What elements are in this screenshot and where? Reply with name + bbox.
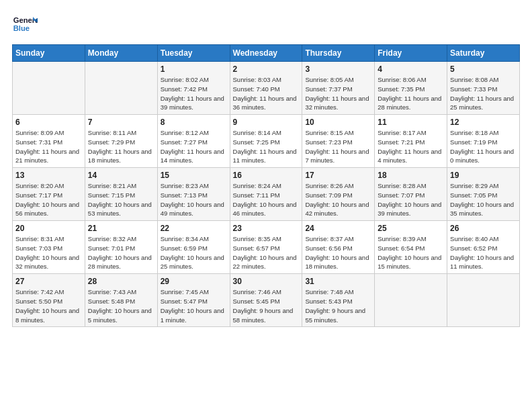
day-info: Sunrise: 8:17 AM Sunset: 7:21 PM Dayligh… xyxy=(378,128,444,165)
calendar-cell: 4Sunrise: 8:06 AM Sunset: 7:35 PM Daylig… xyxy=(375,62,447,115)
calendar-cell: 31Sunrise: 7:48 AM Sunset: 5:43 PM Dayli… xyxy=(302,274,375,327)
calendar-cell: 24Sunrise: 8:37 AM Sunset: 6:56 PM Dayli… xyxy=(302,221,375,274)
week-row-3: 13Sunrise: 8:20 AM Sunset: 7:17 PM Dayli… xyxy=(13,168,520,221)
day-number: 25 xyxy=(378,224,444,233)
calendar-cell: 17Sunrise: 8:26 AM Sunset: 7:09 PM Dayli… xyxy=(302,168,375,221)
calendar-cell: 12Sunrise: 8:18 AM Sunset: 7:19 PM Dayli… xyxy=(447,115,520,168)
weekday-header-row: SundayMondayTuesdayWednesdayThursdayFrid… xyxy=(13,45,520,62)
weekday-header-wednesday: Wednesday xyxy=(230,45,302,62)
day-number: 10 xyxy=(305,118,371,127)
day-number: 30 xyxy=(233,277,300,286)
day-number: 29 xyxy=(161,277,227,286)
calendar-cell: 9Sunrise: 8:14 AM Sunset: 7:25 PM Daylig… xyxy=(230,115,302,168)
day-info: Sunrise: 8:18 AM Sunset: 7:19 PM Dayligh… xyxy=(450,128,517,165)
calendar-cell: 5Sunrise: 8:08 AM Sunset: 7:33 PM Daylig… xyxy=(447,62,520,115)
day-number: 26 xyxy=(450,224,517,233)
day-info: Sunrise: 8:11 AM Sunset: 7:29 PM Dayligh… xyxy=(88,128,154,165)
calendar-cell: 18Sunrise: 8:28 AM Sunset: 7:07 PM Dayli… xyxy=(375,168,447,221)
day-info: Sunrise: 8:37 AM Sunset: 6:56 PM Dayligh… xyxy=(305,234,371,271)
day-number: 17 xyxy=(305,171,371,180)
page: General Blue SundayMondayTuesdayWednesda… xyxy=(0,0,532,411)
calendar-cell: 22Sunrise: 8:34 AM Sunset: 6:59 PM Dayli… xyxy=(157,221,230,274)
day-info: Sunrise: 8:06 AM Sunset: 7:35 PM Dayligh… xyxy=(378,75,444,112)
calendar-cell: 30Sunrise: 7:46 AM Sunset: 5:45 PM Dayli… xyxy=(230,274,302,327)
week-row-2: 6Sunrise: 8:09 AM Sunset: 7:31 PM Daylig… xyxy=(13,115,520,168)
day-info: Sunrise: 8:28 AM Sunset: 7:07 PM Dayligh… xyxy=(378,181,444,218)
day-number: 4 xyxy=(378,64,444,74)
weekday-header-sunday: Sunday xyxy=(13,45,85,62)
calendar-cell: 8Sunrise: 8:12 AM Sunset: 7:27 PM Daylig… xyxy=(157,115,230,168)
weekday-header-tuesday: Tuesday xyxy=(157,45,230,62)
calendar-cell: 19Sunrise: 8:29 AM Sunset: 7:05 PM Dayli… xyxy=(447,168,520,221)
day-info: Sunrise: 7:48 AM Sunset: 5:43 PM Dayligh… xyxy=(305,287,371,324)
day-info: Sunrise: 8:02 AM Sunset: 7:42 PM Dayligh… xyxy=(161,75,227,112)
calendar-cell xyxy=(85,62,157,115)
day-number: 5 xyxy=(450,64,517,74)
day-number: 3 xyxy=(305,64,371,74)
calendar-cell: 1Sunrise: 8:02 AM Sunset: 7:42 PM Daylig… xyxy=(157,62,230,115)
day-info: Sunrise: 8:08 AM Sunset: 7:33 PM Dayligh… xyxy=(450,75,517,112)
day-info: Sunrise: 8:31 AM Sunset: 7:03 PM Dayligh… xyxy=(15,234,82,271)
day-info: Sunrise: 7:45 AM Sunset: 5:47 PM Dayligh… xyxy=(161,287,227,324)
day-number: 22 xyxy=(161,224,227,233)
day-number: 15 xyxy=(161,171,227,180)
calendar-cell: 20Sunrise: 8:31 AM Sunset: 7:03 PM Dayli… xyxy=(13,221,85,274)
day-number: 23 xyxy=(233,224,300,233)
day-number: 28 xyxy=(88,277,154,286)
day-number: 14 xyxy=(88,171,154,180)
day-number: 9 xyxy=(233,118,300,127)
calendar-cell: 16Sunrise: 8:24 AM Sunset: 7:11 PM Dayli… xyxy=(230,168,302,221)
day-number: 20 xyxy=(15,224,82,233)
day-number: 31 xyxy=(305,277,371,286)
day-number: 13 xyxy=(15,171,82,180)
calendar-cell xyxy=(13,62,85,115)
day-info: Sunrise: 8:21 AM Sunset: 7:15 PM Dayligh… xyxy=(88,181,154,218)
day-number: 18 xyxy=(378,171,444,180)
day-number: 1 xyxy=(161,64,227,74)
calendar-cell: 21Sunrise: 8:32 AM Sunset: 7:01 PM Dayli… xyxy=(85,221,157,274)
day-info: Sunrise: 8:14 AM Sunset: 7:25 PM Dayligh… xyxy=(233,128,300,165)
day-info: Sunrise: 8:05 AM Sunset: 7:37 PM Dayligh… xyxy=(305,75,371,112)
calendar-cell: 25Sunrise: 8:39 AM Sunset: 6:54 PM Dayli… xyxy=(375,221,447,274)
calendar-cell xyxy=(375,274,447,327)
day-info: Sunrise: 8:12 AM Sunset: 7:27 PM Dayligh… xyxy=(161,128,227,165)
svg-text:Blue: Blue xyxy=(13,24,30,32)
weekday-header-thursday: Thursday xyxy=(302,45,375,62)
calendar-cell: 7Sunrise: 8:11 AM Sunset: 7:29 PM Daylig… xyxy=(85,115,157,168)
calendar-cell: 29Sunrise: 7:45 AM Sunset: 5:47 PM Dayli… xyxy=(157,274,230,327)
day-info: Sunrise: 8:26 AM Sunset: 7:09 PM Dayligh… xyxy=(305,181,371,218)
calendar-cell: 15Sunrise: 8:23 AM Sunset: 7:13 PM Dayli… xyxy=(157,168,230,221)
calendar-cell: 10Sunrise: 8:15 AM Sunset: 7:23 PM Dayli… xyxy=(302,115,375,168)
calendar-cell: 13Sunrise: 8:20 AM Sunset: 7:17 PM Dayli… xyxy=(13,168,85,221)
day-number: 7 xyxy=(88,118,154,127)
day-number: 19 xyxy=(450,171,517,180)
logo-icon: General Blue xyxy=(12,12,38,38)
day-info: Sunrise: 7:42 AM Sunset: 5:50 PM Dayligh… xyxy=(15,287,82,324)
day-number: 2 xyxy=(233,64,300,74)
calendar-cell: 28Sunrise: 7:43 AM Sunset: 5:48 PM Dayli… xyxy=(85,274,157,327)
logo: General Blue xyxy=(12,12,38,38)
week-row-5: 27Sunrise: 7:42 AM Sunset: 5:50 PM Dayli… xyxy=(13,274,520,327)
day-number: 21 xyxy=(88,224,154,233)
week-row-4: 20Sunrise: 8:31 AM Sunset: 7:03 PM Dayli… xyxy=(13,221,520,274)
day-number: 8 xyxy=(161,118,227,127)
day-info: Sunrise: 7:46 AM Sunset: 5:45 PM Dayligh… xyxy=(233,287,300,324)
weekday-header-friday: Friday xyxy=(375,45,447,62)
day-info: Sunrise: 8:40 AM Sunset: 6:52 PM Dayligh… xyxy=(450,234,517,271)
day-info: Sunrise: 8:23 AM Sunset: 7:13 PM Dayligh… xyxy=(161,181,227,218)
day-number: 6 xyxy=(15,118,82,127)
calendar-cell: 3Sunrise: 8:05 AM Sunset: 7:37 PM Daylig… xyxy=(302,62,375,115)
calendar-cell: 27Sunrise: 7:42 AM Sunset: 5:50 PM Dayli… xyxy=(13,274,85,327)
day-number: 11 xyxy=(378,118,444,127)
day-info: Sunrise: 8:20 AM Sunset: 7:17 PM Dayligh… xyxy=(15,181,82,218)
calendar-cell: 2Sunrise: 8:03 AM Sunset: 7:40 PM Daylig… xyxy=(230,62,302,115)
calendar-cell: 6Sunrise: 8:09 AM Sunset: 7:31 PM Daylig… xyxy=(13,115,85,168)
calendar-cell: 14Sunrise: 8:21 AM Sunset: 7:15 PM Dayli… xyxy=(85,168,157,221)
day-info: Sunrise: 8:09 AM Sunset: 7:31 PM Dayligh… xyxy=(15,128,82,165)
day-info: Sunrise: 8:34 AM Sunset: 6:59 PM Dayligh… xyxy=(161,234,227,271)
weekday-header-monday: Monday xyxy=(85,45,157,62)
day-number: 16 xyxy=(233,171,300,180)
day-info: Sunrise: 8:24 AM Sunset: 7:11 PM Dayligh… xyxy=(233,181,300,218)
day-info: Sunrise: 8:35 AM Sunset: 6:57 PM Dayligh… xyxy=(233,234,300,271)
day-info: Sunrise: 8:32 AM Sunset: 7:01 PM Dayligh… xyxy=(88,234,154,271)
